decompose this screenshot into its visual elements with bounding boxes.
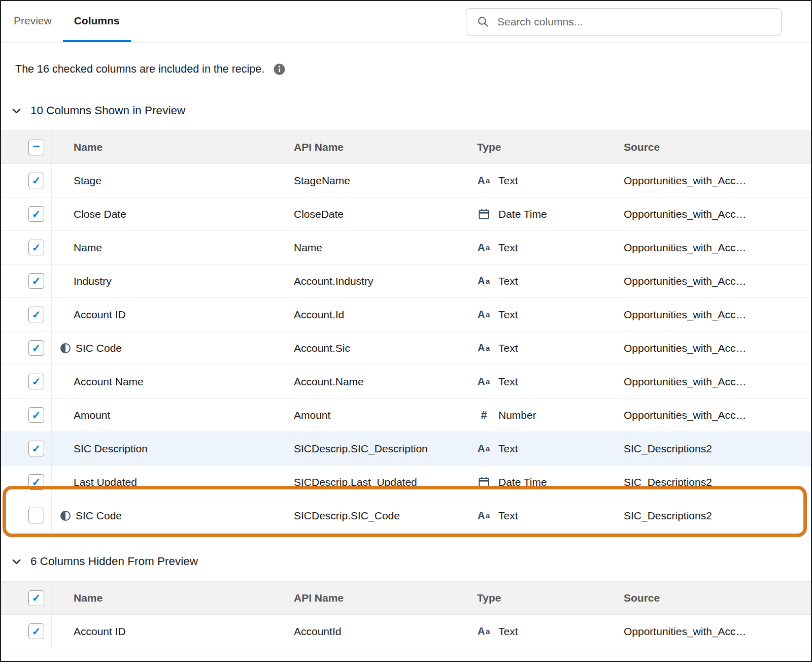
type-icon-slot [477,208,492,220]
table-header-row: Name API Name Type Source [1,581,811,615]
column-api-name: SICDescrip.Last_Updated [294,466,477,499]
columns-table: Name API Name Type Source Account ID Acc… [1,581,811,648]
section-title: 6 Columns Hidden From Preview [30,555,198,568]
column-source: SIC_Descriptions2 [624,432,811,465]
info-icon[interactable] [273,63,286,76]
type-label: Text [498,443,518,455]
column-api-name: Name [294,231,477,264]
section-toggle[interactable]: 10 Columns Shown in Preview [1,104,811,117]
row-checkbox[interactable] [28,508,44,523]
table-row[interactable]: SIC Code Account.Sic Aa Text Opportuniti… [1,332,811,365]
table-row[interactable]: Account ID Account.Id Aa Text Opportunit… [1,298,811,332]
row-checkbox[interactable] [28,206,44,222]
column-header-name: Name [52,131,294,163]
chevron-down-icon [11,556,22,568]
section-title: 10 Columns Shown in Preview [30,104,185,117]
column-name: Account Name [74,376,144,388]
row-checkbox[interactable] [28,407,44,423]
text-type-icon: Aa [477,510,491,521]
column-source: Opportunities_with_Acc… [624,264,811,297]
section-shown-in-preview: 10 Columns Shown in Preview Name API Nam… [1,104,811,533]
row-checkbox[interactable] [28,474,44,490]
column-api-name: Account.Id [294,298,477,331]
table-row[interactable]: Close Date CloseDate Date Time Opportuni… [1,197,811,231]
text-type-icon: Aa [477,376,491,387]
column-header-type: Type [477,582,624,614]
column-name: Last Updated [74,476,137,488]
column-api-name: Amount [294,399,477,432]
column-header-source: Source [624,582,811,614]
search-input[interactable] [496,15,773,28]
sic-node-icon [60,511,71,521]
column-api-name: Account.Name [294,365,477,398]
column-api-name: CloseDate [294,197,477,230]
tab-bar: Preview Columns [1,1,811,43]
column-source: Opportunities_with_Acc… [624,231,811,264]
table-row[interactable]: Account ID AccountId Aa Text Opportuniti… [1,615,811,648]
columns-panel: Preview Columns The 16 checked columns a… [0,0,812,662]
type-icon-slot: Aa [477,275,492,287]
table-row[interactable]: SIC Code SICDescrip.SIC_Code Aa Text SIC… [1,499,811,533]
chevron-down-icon [11,105,22,117]
column-header-source: Source [624,131,811,163]
row-checkbox[interactable] [28,340,44,356]
type-icon-slot: Aa [477,510,492,521]
info-text: The 16 checked columns are included in t… [15,63,264,76]
column-name: SIC Code [76,510,122,522]
info-banner: The 16 checked columns are included in t… [1,43,811,76]
type-label: Text [498,342,518,354]
type-label: Text [498,175,518,187]
datetime-type-icon [477,208,491,220]
table-row[interactable]: Last Updated SICDescrip.Last_Updated Dat… [1,466,811,499]
column-source: Opportunities_with_Acc… [624,615,811,648]
sic-node-icon [60,343,71,353]
row-checkbox[interactable] [28,240,44,255]
table-header-row: Name API Name Type Source [1,130,811,164]
tab-preview[interactable]: Preview [3,1,63,42]
text-type-icon: Aa [477,175,491,186]
type-icon-slot: Aa [477,376,492,387]
number-type-icon: # [477,409,491,422]
text-type-icon: Aa [477,625,491,637]
row-checkbox[interactable] [28,173,44,188]
table-row[interactable]: Name Name Aa Text Opportunities_with_Acc… [1,231,811,264]
type-label: Number [498,409,536,421]
type-label: Date Time [498,476,547,488]
section-toggle[interactable]: 6 Columns Hidden From Preview [1,555,811,568]
column-header-api-name: API Name [294,582,477,614]
datetime-type-icon [477,476,491,488]
type-label: Text [498,275,518,287]
table-row[interactable]: Stage StageName Aa Text Opportunities_wi… [1,164,811,197]
column-header-type: Type [477,131,624,163]
column-name: Account ID [74,625,126,638]
section-hidden-from-preview: 6 Columns Hidden From Preview Name API N… [1,555,811,648]
row-checkbox[interactable] [28,623,44,639]
column-name: Close Date [74,208,126,220]
column-name: SIC Description [74,443,148,455]
table-row[interactable]: Industry Account.Industry Aa Text Opport… [1,264,811,298]
column-source: Opportunities_with_Acc… [624,365,811,398]
table-row[interactable]: Account Name Account.Name Aa Text Opport… [1,365,811,399]
tab-columns[interactable]: Columns [63,1,131,42]
row-checkbox[interactable] [28,374,44,389]
row-checkbox[interactable] [28,307,44,322]
type-icon-slot: # [477,409,492,422]
column-api-name: SICDescrip.SIC_Description [294,432,477,465]
column-source: SIC_Descriptions2 [624,466,811,499]
search-box[interactable] [466,8,782,36]
column-header-api-name: API Name [294,131,477,163]
select-all-checkbox[interactable] [28,590,44,606]
select-all-checkbox[interactable] [28,140,44,155]
table-body: Account ID AccountId Aa Text Opportuniti… [1,615,811,648]
type-icon-slot: Aa [477,242,492,253]
row-checkbox[interactable] [28,441,44,456]
text-type-icon: Aa [477,275,491,287]
column-name: Industry [74,275,112,287]
search-icon [477,15,489,28]
table-row[interactable]: SIC Description SICDescrip.SIC_Descripti… [1,432,811,466]
column-name: Amount [74,409,110,421]
table-row[interactable]: Amount Amount # Number Opportunities_wit… [1,399,811,432]
column-source: Opportunities_with_Acc… [624,197,811,230]
row-checkbox[interactable] [28,273,44,289]
column-source: Opportunities_with_Acc… [624,298,811,331]
